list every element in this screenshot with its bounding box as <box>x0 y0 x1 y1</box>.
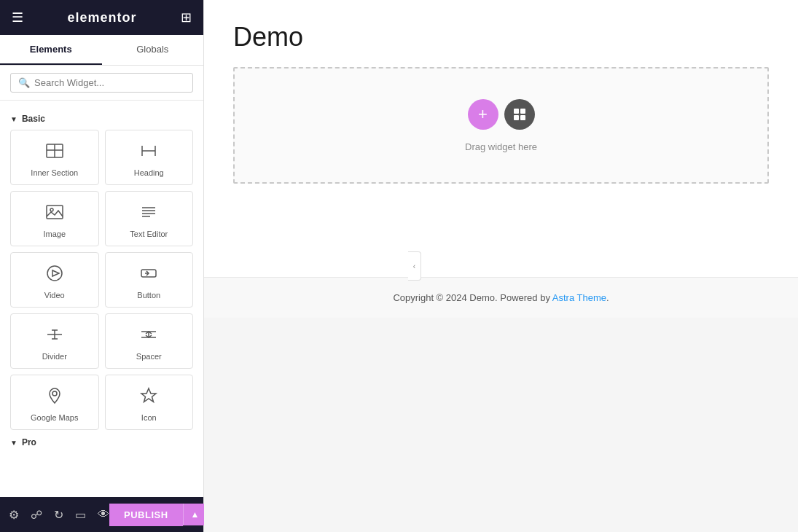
widget-spacer-label: Spacer <box>136 352 162 361</box>
widget-google-maps-label: Google Maps <box>31 413 78 422</box>
basic-section-arrow: ▼ <box>10 115 17 123</box>
widget-divider[interactable]: Divider <box>10 313 99 369</box>
svg-rect-27 <box>520 109 525 114</box>
publish-button[interactable]: PUBLISH <box>109 504 183 526</box>
widget-google-maps[interactable]: Google Maps <box>10 375 99 430</box>
widget-divider-label: Divider <box>42 352 67 361</box>
heading-icon <box>138 141 159 164</box>
widget-text-editor[interactable]: Text Editor <box>105 191 194 246</box>
pro-section-label: Pro <box>22 437 36 447</box>
footer-link[interactable]: Astra Theme <box>552 292 606 303</box>
add-widget-button[interactable]: + <box>468 99 498 130</box>
main-canvas: Demo + Drag widget here <box>204 0 798 532</box>
widget-heading[interactable]: Heading <box>105 130 194 185</box>
responsive-icon[interactable]: ▭ <box>75 508 86 522</box>
svg-marker-25 <box>141 388 156 402</box>
widgets-area: ▼ Basic Inner Section <box>0 101 203 497</box>
basic-section-label: Basic <box>22 114 45 124</box>
google-maps-icon <box>44 386 65 409</box>
layers-icon[interactable]: ☍ <box>31 508 42 522</box>
collapse-handle[interactable]: ‹ <box>408 251 421 281</box>
page-title: Demo <box>233 22 769 52</box>
widget-image-label: Image <box>43 230 66 238</box>
sidebar-header: ☰ elementor ⊞ <box>0 0 203 35</box>
widget-button[interactable]: Button <box>105 252 194 308</box>
grid-icon[interactable]: ⊞ <box>181 9 192 26</box>
svg-point-24 <box>52 391 57 396</box>
hamburger-icon[interactable]: ☰ <box>12 9 23 26</box>
button-icon <box>138 263 159 286</box>
spacer-icon <box>138 324 159 348</box>
svg-marker-13 <box>52 270 59 276</box>
toolbar-icons: ⚙ ☍ ↻ ▭ 👁 <box>9 508 109 522</box>
preview-icon[interactable]: 👁 <box>98 508 109 521</box>
widget-spacer[interactable]: Spacer <box>105 313 194 369</box>
svg-point-7 <box>50 208 53 211</box>
elementor-logo: elementor <box>67 10 136 26</box>
search-icon: 🔍 <box>18 77 30 88</box>
publish-group: PUBLISH ▲ <box>109 504 206 526</box>
widget-inner-section[interactable]: Inner Section <box>10 130 99 185</box>
basic-section-title[interactable]: ▼ Basic <box>10 114 193 124</box>
sidebar-tabs: Elements Globals <box>0 35 203 66</box>
pro-section-arrow: ▼ <box>10 439 17 447</box>
page-wrapper: Demo + Drag widget here <box>204 0 798 277</box>
widget-video-label: Video <box>44 291 65 300</box>
bottom-toolbar: ⚙ ☍ ↻ ▭ 👁 PUBLISH ▲ <box>0 497 203 532</box>
inner-section-icon <box>44 141 65 164</box>
search-input-wrap: 🔍 <box>10 73 193 93</box>
svg-rect-26 <box>514 109 519 114</box>
widget-heading-label: Heading <box>134 168 164 177</box>
footer-suffix: . <box>606 292 609 303</box>
drop-zone-buttons: + <box>468 99 535 130</box>
widget-icon[interactable]: Icon <box>105 375 194 430</box>
footer-copyright: Copyright © 2024 Demo. Powered by <box>393 292 552 303</box>
canvas-content: Demo + Drag widget here <box>204 0 798 532</box>
svg-rect-29 <box>520 115 525 120</box>
icon-widget-icon <box>138 386 159 409</box>
search-container: 🔍 <box>0 66 203 101</box>
history-icon[interactable]: ↻ <box>54 508 63 522</box>
drag-label: Drag widget here <box>465 141 537 152</box>
widget-button-label: Button <box>137 291 160 300</box>
publish-arrow-button[interactable]: ▲ <box>183 504 207 525</box>
widget-image[interactable]: Image <box>10 191 99 246</box>
search-input[interactable] <box>34 77 185 88</box>
widget-inner-section-label: Inner Section <box>31 168 78 177</box>
svg-rect-28 <box>514 115 519 120</box>
text-editor-icon <box>138 202 159 225</box>
svg-rect-6 <box>47 206 63 219</box>
widget-video[interactable]: Video <box>10 252 99 308</box>
library-button[interactable] <box>504 99 535 130</box>
pro-section-title[interactable]: ▼ Pro <box>10 437 193 447</box>
drop-zone[interactable]: + Drag widget here <box>233 67 769 184</box>
settings-icon[interactable]: ⚙ <box>9 508 19 522</box>
basic-widgets-grid: Inner Section Heading <box>10 130 193 430</box>
widget-text-editor-label: Text Editor <box>130 230 168 238</box>
tab-globals[interactable]: Globals <box>102 35 204 65</box>
footer-text: Copyright © 2024 Demo. Powered by Astra … <box>233 292 769 303</box>
image-icon <box>44 202 65 225</box>
video-icon <box>44 263 65 286</box>
footer-area: Copyright © 2024 Demo. Powered by Astra … <box>204 277 798 318</box>
divider-icon <box>44 324 65 348</box>
widget-icon-label: Icon <box>141 413 157 422</box>
sidebar: ☰ elementor ⊞ Elements Globals 🔍 ▼ Basic <box>0 0 204 532</box>
tab-elements[interactable]: Elements <box>0 35 102 65</box>
